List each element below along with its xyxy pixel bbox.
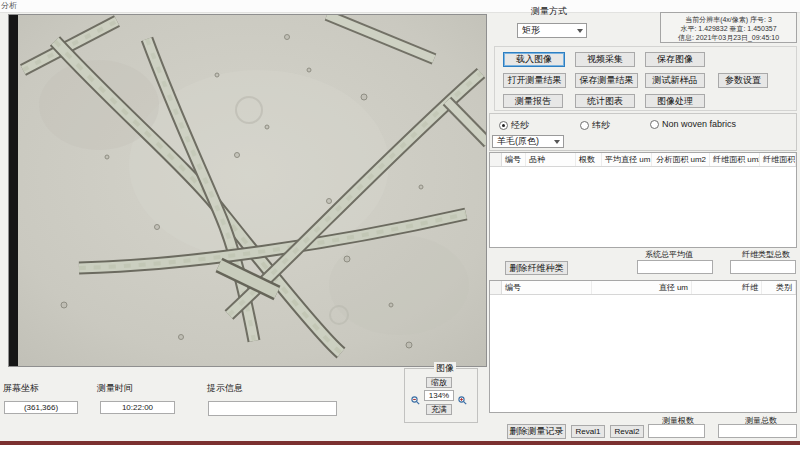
col-fiber: 纤维 bbox=[692, 281, 762, 294]
radio-nonwoven[interactable]: Non woven fabrics bbox=[650, 119, 736, 129]
image-process-button[interactable]: 图像处理 bbox=[645, 94, 705, 108]
col-diameter: 直径 um bbox=[592, 281, 692, 294]
measure-time-label: 测量时间 bbox=[97, 382, 133, 395]
load-image-button[interactable]: 载入图像 bbox=[503, 52, 565, 67]
save-image-button[interactable]: 保存图像 bbox=[645, 52, 705, 67]
col-no: 编号 bbox=[502, 281, 592, 294]
row-header-gutter bbox=[490, 153, 502, 166]
fiber-type-select[interactable]: 羊毛(原色) bbox=[492, 135, 564, 148]
measurement-detail-table[interactable]: 编号 直径 um 纤维 类别 bbox=[489, 280, 797, 413]
col-no: 编号 bbox=[502, 153, 526, 166]
radio-nonwoven-label: Non woven fabrics bbox=[662, 119, 736, 129]
fiber-summary-table[interactable]: 编号 品种 根数 平均直径 um 分析面积 um2 纤维面积 um2 纤维面积比… bbox=[489, 152, 797, 248]
fiber-type-count-field[interactable] bbox=[730, 260, 796, 274]
measure-method-select[interactable]: 矩形 bbox=[517, 23, 587, 38]
radio-weft-icon bbox=[580, 121, 589, 130]
fit-view-button[interactable]: 充满 bbox=[426, 404, 452, 415]
screen-coord-field[interactable]: (361,366) bbox=[4, 401, 78, 414]
measure-report-button[interactable]: 测量报告 bbox=[503, 94, 563, 108]
system-average-label: 系统总平均值 bbox=[645, 249, 693, 260]
zoom-out-icon[interactable] bbox=[411, 391, 420, 400]
system-average-field[interactable] bbox=[637, 260, 713, 274]
col-variety: 品种 bbox=[526, 153, 576, 166]
fiber-type-value: 羊毛(原色) bbox=[497, 135, 539, 148]
measure-method-value: 矩形 bbox=[522, 24, 540, 37]
col-fiber-area: 纤维面积 um2 bbox=[710, 153, 760, 166]
info-line-2: 水平: 1.429832 垂直: 1.450357 bbox=[661, 24, 796, 33]
save-results-button[interactable]: 保存测量结果 bbox=[575, 73, 638, 88]
resolution-info-box: 当前分辨率(4x/像素) 序号: 3 水平: 1.429832 垂直: 1.45… bbox=[660, 12, 797, 43]
stats-chart-button[interactable]: 统计图表 bbox=[575, 94, 635, 108]
radio-weft[interactable]: 纬纱 bbox=[580, 119, 610, 132]
row-header-gutter bbox=[490, 281, 502, 294]
col-count: 根数 bbox=[576, 153, 602, 166]
fiber-type-count-label: 纤维类型总数 bbox=[742, 249, 790, 260]
info-line-1: 当前分辨率(4x/像素) 序号: 3 bbox=[661, 15, 796, 24]
radio-weft-label: 纬纱 bbox=[592, 119, 610, 132]
measurement-detail-header: 编号 直径 um 纤维 类别 bbox=[490, 281, 796, 295]
window-title: 分析 bbox=[1, 1, 17, 10]
radio-warp-icon bbox=[499, 121, 508, 130]
zoom-mode-button[interactable]: 缩放 bbox=[426, 377, 452, 388]
open-results-button[interactable]: 打开测量结果 bbox=[503, 73, 566, 88]
col-analysis-area: 分析面积 um2 bbox=[652, 153, 710, 166]
screen-coord-label: 屏幕坐标 bbox=[3, 382, 39, 395]
chevron-down-icon bbox=[554, 140, 560, 144]
image-group-label: 图像 bbox=[434, 362, 456, 375]
fiber-micrograph bbox=[9, 15, 487, 367]
col-fiber-area-ratio: 纤维面积比 um2 bbox=[760, 153, 796, 166]
col-category: 类别 bbox=[762, 281, 796, 294]
tip-info-field[interactable] bbox=[208, 401, 337, 416]
tip-info-label: 提示信息 bbox=[207, 382, 243, 395]
test-new-sample-button[interactable]: 测试新样品 bbox=[645, 73, 705, 88]
measure-time-field[interactable]: 10:22:00 bbox=[100, 401, 175, 414]
measure-count-field[interactable] bbox=[648, 424, 705, 438]
param-settings-button[interactable]: 参数设置 bbox=[718, 73, 768, 88]
radio-nonwoven-icon bbox=[650, 120, 659, 129]
desktop-strip bbox=[0, 445, 800, 450]
info-line-3: 信息: 2021年03月23日_09:45:10 bbox=[661, 33, 796, 42]
reval2-button[interactable]: Reval2 bbox=[610, 425, 644, 438]
measure-method-label: 测量方式 bbox=[531, 5, 567, 18]
radio-warp-label: 经纱 bbox=[511, 119, 529, 132]
delete-fiber-type-button[interactable]: 删除纤维种类 bbox=[505, 261, 568, 275]
col-avg-diameter: 平均直径 um bbox=[602, 153, 652, 166]
measure-total-field[interactable] bbox=[718, 424, 797, 438]
chevron-down-icon bbox=[577, 29, 583, 33]
delete-record-button[interactable]: 删除测量记录 bbox=[507, 424, 566, 439]
fiber-summary-header: 编号 品种 根数 平均直径 um 分析面积 um2 纤维面积 um2 纤维面积比… bbox=[490, 153, 796, 167]
image-left-black-band bbox=[9, 15, 18, 367]
zoom-in-icon[interactable] bbox=[458, 391, 467, 400]
microscope-image-canvas[interactable] bbox=[8, 14, 487, 367]
zoom-level-field[interactable]: 134% bbox=[424, 390, 454, 401]
radio-warp[interactable]: 经纱 bbox=[499, 119, 529, 132]
video-capture-button[interactable]: 视频采集 bbox=[575, 52, 635, 67]
reval1-button[interactable]: Reval1 bbox=[571, 425, 605, 438]
app-window: 分析 bbox=[0, 0, 800, 450]
